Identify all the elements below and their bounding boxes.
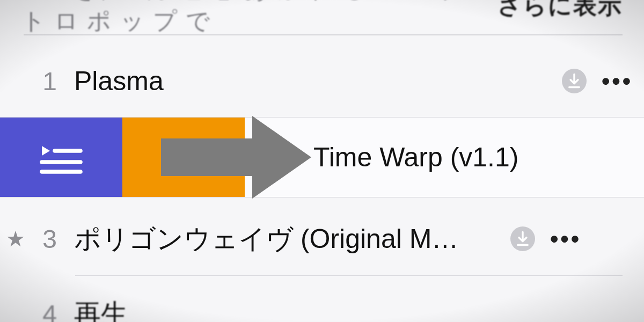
more-icon: ••• bbox=[602, 68, 633, 94]
star-icon: ★ bbox=[6, 226, 25, 251]
track-row[interactable]: ★ 3 ポリゴンウェイヴ (Original M… ••• bbox=[0, 204, 644, 274]
track-content: 2 Time Warp (v1.1) bbox=[245, 118, 644, 197]
download-button[interactable] bbox=[507, 226, 539, 251]
album-description-row: ンスを、一方 遊 心 あ ふ れ る エ レ ク ト ロ ポ ッ プ で さらに… bbox=[0, 0, 644, 27]
album-description-text: ンスを、一方 遊 心 あ ふ れ る エ レ ク ト ロ ポ ッ プ で bbox=[21, 0, 489, 37]
more-icon: ••• bbox=[550, 225, 581, 252]
track-title: Plasma bbox=[61, 65, 558, 97]
swipe-action-queue-last[interactable] bbox=[122, 118, 245, 197]
star-slot: ★ bbox=[0, 226, 31, 251]
divider bbox=[258, 197, 623, 197]
download-icon bbox=[510, 226, 535, 251]
track-number: 2 bbox=[245, 143, 298, 172]
track-row-swiped[interactable]: 2 Time Warp (v1.1) bbox=[0, 117, 644, 197]
track-row[interactable]: 1 Plasma ••• bbox=[0, 46, 644, 116]
divider bbox=[75, 275, 623, 276]
track-number: 3 bbox=[31, 224, 61, 254]
track-number: 1 bbox=[31, 67, 61, 96]
download-icon bbox=[562, 69, 587, 93]
track-title: 再生 bbox=[61, 296, 644, 323]
swipe-action-queue-next[interactable] bbox=[0, 118, 122, 197]
more-button[interactable]: ••• bbox=[590, 68, 644, 94]
track-row[interactable]: 4 再生 bbox=[0, 279, 644, 322]
more-button[interactable]: ••• bbox=[539, 225, 592, 252]
queue-next-icon bbox=[35, 131, 87, 183]
show-more-button[interactable]: さらに表示 bbox=[497, 0, 623, 21]
divider bbox=[24, 34, 623, 35]
track-title: Time Warp (v1.1) bbox=[298, 142, 518, 173]
queue-last-icon bbox=[158, 131, 209, 183]
track-number: 4 bbox=[31, 299, 61, 323]
download-button[interactable] bbox=[558, 69, 590, 93]
track-title: ポリゴンウェイヴ (Original M… bbox=[61, 221, 507, 257]
